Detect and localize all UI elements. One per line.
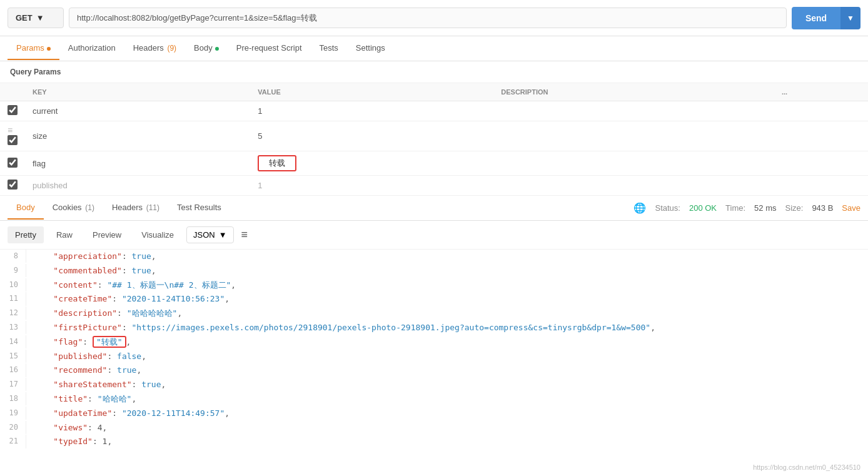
row-checkbox[interactable] — [8, 105, 18, 115]
json-punct: : — [132, 380, 142, 389]
json-punct: : — [112, 408, 122, 418]
tab-tests[interactable]: Tests — [311, 37, 347, 60]
save-button[interactable]: Save — [842, 203, 860, 213]
line-content: "title": "哈哈哈", — [34, 392, 868, 407]
fmt-raw[interactable]: Raw — [49, 226, 80, 243]
code-line: 14 "flag": "转载", — [0, 335, 868, 350]
line-number: 12 — [0, 306, 26, 320]
code-line: 8 "appreciation": true, — [0, 250, 868, 264]
json-punct: , — [141, 352, 146, 361]
line-content: "recommend": true, — [34, 363, 868, 378]
line-number: 17 — [0, 378, 26, 391]
line-content: "content": "## 1、标题一\n## 2、标题二", — [34, 278, 868, 293]
json-punct: : — [122, 323, 132, 332]
line-content: "published": false, — [34, 350, 868, 364]
format-select[interactable]: JSON ▼ — [186, 226, 234, 243]
json-punct: , — [225, 408, 230, 418]
rtab-cookies[interactable]: Cookies (1) — [44, 196, 103, 220]
param-value-cell[interactable]: 5 — [250, 121, 493, 151]
send-arrow-button[interactable]: ▼ — [840, 7, 860, 29]
json-flag-value: "转载" — [93, 336, 126, 348]
send-button[interactable]: Send — [792, 7, 840, 29]
param-key: flag — [25, 151, 250, 176]
tab-prerequest[interactable]: Pre-request Script — [228, 37, 311, 60]
row-checkbox[interactable] — [8, 135, 18, 145]
rtab-body[interactable]: Body — [8, 196, 44, 220]
format-chevron: ▼ — [219, 230, 227, 240]
json-punct: , — [126, 337, 131, 347]
json-punct — [34, 365, 53, 375]
json-punct — [34, 408, 53, 418]
json-punct — [34, 394, 53, 403]
json-key: "updateTime" — [53, 408, 112, 418]
fmt-pretty[interactable]: Pretty — [8, 226, 44, 243]
body-dot — [215, 47, 219, 51]
param-key: size — [25, 121, 250, 151]
table-row: published 1 — [0, 176, 868, 196]
line-number: 16 — [0, 363, 26, 377]
checkbox-cell[interactable] — [0, 176, 25, 196]
param-value-cell[interactable]: 1 — [250, 176, 493, 196]
status-value: 200 OK — [689, 203, 717, 213]
code-line: 15 "published": false, — [0, 350, 868, 364]
line-content: "updateTime": "2020-12-11T14:49:57", — [34, 407, 868, 421]
line-number: 9 — [0, 264, 26, 277]
wrap-icon[interactable]: ≡ — [239, 226, 251, 244]
json-punct: , — [107, 437, 112, 446]
tab-params[interactable]: Params — [8, 37, 59, 60]
params-dot — [47, 47, 51, 51]
json-punct — [34, 337, 53, 347]
json-string: "哈哈哈哈哈" — [127, 308, 178, 318]
col-value: VALUE — [250, 83, 493, 101]
json-string: "哈哈哈" — [98, 394, 132, 403]
globe-icon: 🌐 — [633, 202, 646, 214]
param-description — [493, 121, 774, 151]
col-more[interactable]: ... — [774, 83, 868, 101]
json-key: "shareStatement" — [53, 380, 131, 389]
json-key: "commentabled" — [53, 266, 122, 275]
json-punct: : — [122, 251, 132, 261]
rtab-test-results[interactable]: Test Results — [168, 196, 230, 220]
line-number: 19 — [0, 407, 26, 420]
time-label: Time: — [725, 203, 745, 213]
json-punct: : — [83, 337, 93, 347]
line-content: "shareStatement": true, — [34, 378, 868, 392]
tab-settings[interactable]: Settings — [347, 37, 394, 60]
checkbox-cell[interactable]: ≡ — [0, 121, 25, 151]
param-description — [493, 151, 774, 176]
param-value-cell[interactable]: 转载 — [250, 151, 493, 176]
code-line: 19 "updateTime": "2020-12-11T14:49:57", — [0, 407, 868, 421]
tab-body[interactable]: Body — [185, 37, 228, 60]
json-punct: : — [93, 437, 103, 446]
col-key: KEY — [25, 83, 250, 101]
checkbox-cell[interactable] — [0, 101, 25, 121]
rtab-headers[interactable]: Headers (11) — [103, 196, 168, 220]
flag-value-highlight: 转载 — [258, 155, 296, 171]
param-value-cell[interactable]: 1 — [250, 101, 493, 121]
fmt-preview[interactable]: Preview — [85, 226, 129, 243]
tab-authorization[interactable]: Authorization — [59, 37, 124, 60]
param-actions — [774, 151, 868, 176]
fmt-visualize[interactable]: Visualize — [134, 226, 181, 243]
row-checkbox[interactable] — [8, 158, 18, 168]
json-number: 4 — [98, 423, 103, 432]
json-punct: , — [225, 294, 230, 303]
code-line: 20 "views": 4, — [0, 421, 868, 435]
json-key: "recommend" — [53, 365, 107, 375]
line-number: 15 — [0, 350, 26, 363]
json-punct: , — [161, 380, 166, 389]
json-punct: , — [151, 251, 156, 261]
json-punct: : — [112, 294, 122, 303]
json-punct: , — [136, 365, 141, 375]
code-line: 16 "recommend": true, — [0, 363, 868, 378]
url-input[interactable] — [69, 8, 787, 28]
line-number: 8 — [0, 250, 26, 263]
row-checkbox[interactable] — [8, 180, 18, 190]
checkbox-cell[interactable] — [0, 151, 25, 176]
json-key: "content" — [53, 280, 97, 290]
json-bool: true — [117, 365, 136, 375]
json-bool: true — [141, 380, 161, 389]
method-select[interactable]: GET ▼ — [8, 8, 64, 28]
tab-headers[interactable]: Headers (9) — [124, 37, 185, 60]
json-key: "title" — [53, 394, 88, 403]
